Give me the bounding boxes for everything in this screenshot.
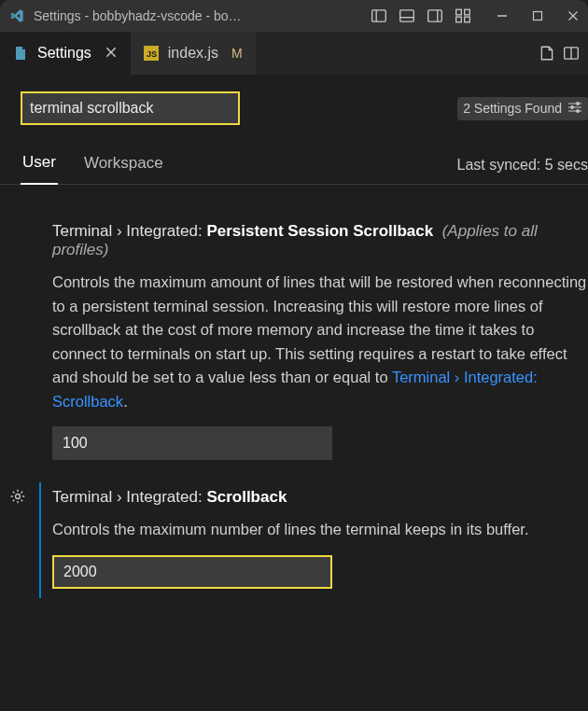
editor-actions (538, 32, 588, 75)
svg-rect-7 (465, 9, 470, 15)
maximize-icon[interactable] (528, 7, 547, 25)
setting-title: Terminal › Integrated: Persistent Sessio… (52, 222, 588, 259)
settings-results-count: 2 Settings Found (457, 97, 588, 120)
svg-rect-4 (428, 10, 442, 21)
layout-toggle-group (370, 7, 472, 25)
open-settings-json-icon[interactable] (538, 44, 556, 63)
filter-icon[interactable] (567, 101, 582, 117)
svg-rect-6 (456, 9, 462, 15)
scrollback-input[interactable] (52, 555, 332, 589)
tab-indexjs[interactable]: JS index.js M (131, 32, 256, 75)
svg-rect-11 (534, 12, 542, 21)
setting-name: Persistent Session Scrollback (206, 222, 433, 240)
window-title: Settings - bobbyhadz-vscode - bo… (34, 8, 309, 23)
results-count-text: 2 Settings Found (463, 101, 562, 116)
tab-close-icon[interactable] (105, 46, 118, 62)
svg-rect-2 (400, 10, 414, 21)
settings-search-input[interactable] (21, 91, 240, 125)
close-icon[interactable] (564, 7, 582, 25)
setting-crumb: Terminal › Integrated: (52, 222, 203, 240)
tab-label: index.js (168, 45, 218, 62)
scope-tab-user[interactable]: User (21, 146, 58, 185)
persistent-scrollback-input[interactable] (52, 426, 332, 460)
window-controls (493, 7, 582, 25)
tab-row-spacer (256, 32, 538, 75)
svg-point-25 (577, 109, 580, 112)
setting-name: Scrollback (206, 488, 287, 506)
tab-settings[interactable]: Settings (0, 32, 131, 75)
modified-indicator: M (231, 46, 243, 61)
svg-point-26 (16, 495, 21, 499)
toggle-panel-icon[interactable] (398, 7, 416, 25)
toggle-secondary-sidebar-icon[interactable] (426, 7, 444, 25)
setting-persistent-session-scrollback: Terminal › Integrated: Persistent Sessio… (0, 213, 588, 479)
desc-text-post: . (123, 393, 128, 410)
settings-search-area: 2 Settings Found (0, 75, 588, 125)
settings-scope-row: User Workspace Last synced: 5 secs (0, 146, 588, 185)
editor-tab-row: Settings JS index.js M (0, 32, 588, 75)
split-editor-icon[interactable] (562, 44, 581, 63)
scope-tab-workspace[interactable]: Workspace (82, 146, 165, 184)
customize-layout-icon[interactable] (454, 7, 472, 25)
svg-rect-9 (465, 17, 470, 22)
window-titlebar: Settings - bobbyhadz-vscode - bo… (0, 0, 588, 32)
setting-title: Terminal › Integrated: Scrollback (52, 488, 588, 507)
gear-icon[interactable] (9, 488, 26, 508)
svg-point-23 (577, 102, 580, 105)
setting-description: Controls the maximum number of lines the… (52, 518, 588, 542)
toggle-primary-sidebar-icon[interactable] (370, 7, 388, 25)
settings-list: Terminal › Integrated: Persistent Sessio… (0, 185, 588, 607)
last-synced-label: Last synced: 5 secs (456, 157, 588, 174)
svg-rect-0 (372, 10, 386, 21)
setting-description: Controls the maximum amount of lines tha… (52, 271, 588, 413)
svg-rect-8 (456, 17, 462, 22)
settings-file-icon (13, 46, 28, 61)
minimize-icon[interactable] (493, 7, 511, 25)
js-file-icon: JS (144, 46, 159, 61)
vscode-icon (9, 8, 26, 23)
svg-point-24 (571, 105, 574, 108)
setting-scrollback: Terminal › Integrated: Scrollback Contro… (0, 479, 588, 607)
setting-crumb: Terminal › Integrated: (52, 488, 203, 506)
svg-text:JS: JS (147, 49, 157, 59)
tab-label: Settings (37, 45, 91, 62)
